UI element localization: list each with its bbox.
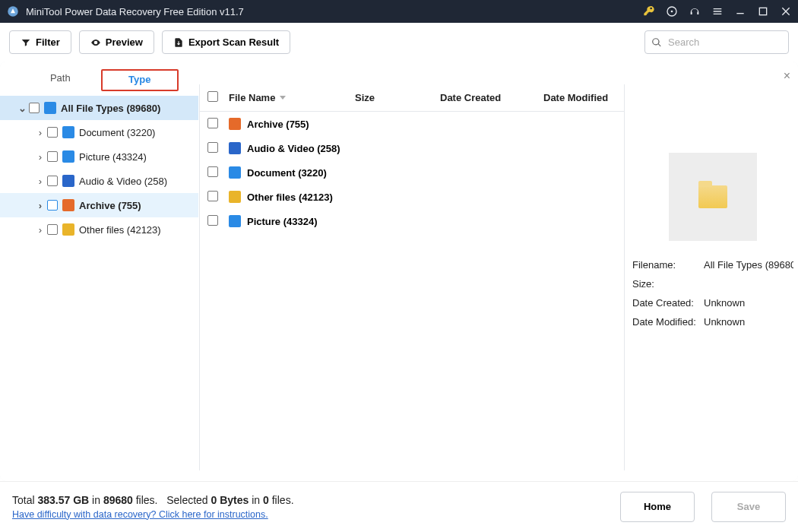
- tab-path[interactable]: Path: [23, 69, 98, 91]
- key-icon[interactable]: [643, 5, 655, 17]
- tree-item-picture[interactable]: › Picture (43324): [0, 144, 198, 169]
- caret-right-icon[interactable]: ›: [36, 224, 44, 236]
- checkbox[interactable]: [207, 166, 218, 177]
- save-button[interactable]: Save: [711, 492, 786, 522]
- file-list: File Name Size Date Created Date Modifie…: [199, 84, 625, 470]
- monitor-icon: [44, 102, 56, 114]
- home-button[interactable]: Home: [620, 492, 695, 522]
- stat-selected-count: 0: [263, 494, 269, 506]
- tree-item-other[interactable]: › Other files (42123): [0, 217, 198, 242]
- file-row[interactable]: Other files (42123): [200, 185, 624, 209]
- audio-video-icon: [229, 142, 241, 154]
- file-row[interactable]: Picture (43324): [200, 209, 624, 233]
- file-name: Other files (42123): [247, 192, 333, 203]
- document-icon: [62, 126, 74, 138]
- export-icon: [173, 37, 184, 48]
- archive-icon: [229, 118, 241, 130]
- file-row[interactable]: Archive (755): [200, 112, 624, 136]
- footer: Total 383.57 GB in 89680 files. Selected…: [0, 481, 798, 531]
- svg-rect-3: [759, 8, 766, 14]
- other-files-icon: [62, 223, 74, 236]
- file-name: Audio & Video (258): [247, 143, 340, 154]
- other-files-icon: [229, 191, 241, 203]
- menu-icon[interactable]: [711, 5, 724, 17]
- tree-root[interactable]: ⌄ All File Types (89680): [0, 96, 198, 120]
- stat-total-files: 89680: [103, 494, 133, 506]
- titlebar-actions: [643, 5, 792, 17]
- stat-total-size: 383.57 GB: [37, 494, 89, 506]
- tab-type[interactable]: Type: [101, 69, 179, 91]
- caret-right-icon[interactable]: ›: [36, 127, 44, 138]
- checkbox[interactable]: [29, 103, 40, 113]
- caret-down-icon[interactable]: ⌄: [18, 103, 26, 114]
- detail-size-label: Size:: [632, 278, 704, 290]
- filter-button[interactable]: Filter: [9, 30, 71, 54]
- details-panel: × Filename:All File Types (89680) Size: …: [625, 62, 798, 481]
- column-filename-label: File Name: [229, 92, 275, 103]
- file-list-header: File Name Size Date Created Date Modifie…: [200, 84, 624, 112]
- stat-text: in: [249, 494, 263, 506]
- preview-button[interactable]: Preview: [79, 30, 154, 54]
- window-title: MiniTool Power Data Recovery Free Editio…: [26, 6, 643, 17]
- stat-text: Selected: [166, 494, 211, 506]
- folder-icon: [698, 185, 727, 208]
- checkbox[interactable]: [47, 127, 58, 138]
- checkbox[interactable]: [47, 224, 58, 235]
- file-row[interactable]: Audio & Video (258): [200, 136, 624, 160]
- export-button[interactable]: Export Scan Result: [162, 30, 290, 54]
- file-type-tree: ⌄ All File Types (89680) › Document (322…: [0, 91, 198, 242]
- checkbox[interactable]: [207, 142, 218, 153]
- caret-right-icon[interactable]: ›: [36, 176, 44, 187]
- search-wrapper: [644, 30, 789, 54]
- footer-stats: Total 383.57 GB in 89680 files. Selected…: [12, 494, 620, 506]
- left-sidebar: Path Type ⌄ All File Types (89680) › Doc…: [0, 62, 199, 481]
- checkbox[interactable]: [207, 215, 218, 226]
- checkbox-all[interactable]: [207, 91, 218, 102]
- checkbox[interactable]: [47, 176, 58, 186]
- detail-size-value: [704, 278, 793, 290]
- minimize-icon[interactable]: [734, 5, 746, 17]
- stat-text: Total: [12, 494, 37, 506]
- checkbox[interactable]: [47, 200, 58, 211]
- disc-icon[interactable]: [666, 5, 678, 17]
- maximize-icon[interactable]: [757, 5, 769, 17]
- checkbox[interactable]: [207, 191, 218, 201]
- tree-root-label: All File Types (89680): [61, 103, 160, 114]
- file-name: Document (3220): [247, 167, 327, 179]
- stat-text: in: [89, 494, 103, 506]
- tree-item-label: Audio & Video (258): [79, 176, 167, 187]
- help-link[interactable]: Have difficulty with data recovery? Clic…: [12, 509, 268, 520]
- close-icon[interactable]: [780, 5, 792, 17]
- audio-video-icon: [62, 175, 74, 187]
- detail-modified-label: Date Modified:: [632, 316, 704, 328]
- tree-item-document[interactable]: › Document (3220): [0, 120, 198, 144]
- detail-filename-label: Filename:: [632, 259, 704, 271]
- file-row[interactable]: Document (3220): [200, 160, 624, 185]
- export-label: Export Scan Result: [188, 36, 279, 48]
- tree-item-label: Picture (43324): [79, 151, 147, 163]
- checkbox[interactable]: [207, 118, 218, 128]
- search-input[interactable]: [644, 30, 789, 54]
- file-name: Picture (43324): [247, 216, 318, 227]
- caret-right-icon[interactable]: ›: [36, 151, 44, 163]
- titlebar: MiniTool Power Data Recovery Free Editio…: [0, 0, 798, 23]
- eye-icon: [90, 37, 101, 48]
- tree-item-label: Other files (42123): [79, 224, 161, 236]
- tree-item-audio-video[interactable]: › Audio & Video (258): [0, 169, 198, 193]
- filter-label: Filter: [36, 36, 60, 48]
- close-details-icon[interactable]: ×: [784, 69, 790, 83]
- column-date-created[interactable]: Date Created: [440, 92, 543, 103]
- tree-item-label: Document (3220): [79, 127, 155, 138]
- stat-text: files.: [133, 494, 158, 506]
- column-filename[interactable]: File Name: [229, 92, 355, 103]
- app-logo-icon: [6, 5, 20, 18]
- svg-point-2: [671, 11, 673, 13]
- checkbox[interactable]: [47, 151, 58, 162]
- tree-item-archive[interactable]: › Archive (755): [0, 193, 198, 217]
- column-date-modified[interactable]: Date Modified: [543, 92, 612, 103]
- file-name: Archive (755): [247, 119, 309, 130]
- caret-right-icon[interactable]: ›: [36, 200, 44, 211]
- archive-icon: [62, 199, 74, 211]
- headphones-icon[interactable]: [689, 5, 701, 17]
- column-size[interactable]: Size: [355, 92, 440, 103]
